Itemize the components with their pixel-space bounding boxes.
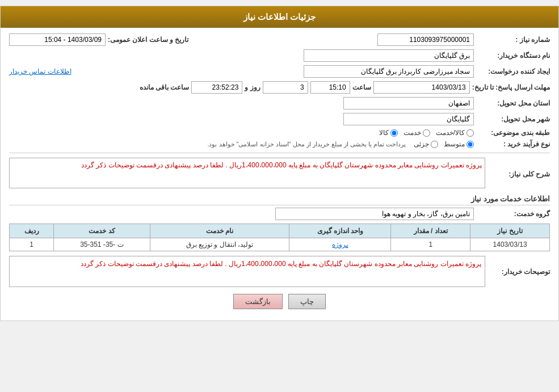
table-header-row: تاریخ نیاز تعداد / مقدار واحد اندازه گیر… [10, 224, 550, 238]
mohlat-label: مهلت ارسال پاسخ: تا تاریخ: [472, 83, 550, 91]
radio-motavasset-item: متوسط [444, 140, 474, 148]
col-nam-khedmat: نام خدمت [150, 224, 289, 238]
row-mohlat: مهلت ارسال پاسخ: تا تاریخ: ساعت روز و سا… [9, 81, 550, 94]
buyer-notes-container: پروژه تعمیرات روشنایی معابر محدوده شهرست… [9, 256, 485, 287]
radio-kala-khedmat-item: کالا/خدمت [436, 129, 474, 137]
mohlat-date-input[interactable] [373, 81, 470, 94]
row-tabaqe: طبقه بندی موضوعی: کالا/خدمت خدمت کالا [9, 129, 550, 137]
radio-khedmat-label: خدمت [404, 129, 421, 137]
remaining-label: ساعت باقی مانده [140, 83, 190, 91]
radio-khedmat[interactable] [423, 129, 430, 137]
radio-jozvi[interactable] [431, 141, 438, 148]
day-input[interactable] [263, 81, 308, 94]
back-button[interactable]: بازگشت [233, 294, 283, 309]
page-title: جزئیات اطلاعات نیاز [243, 12, 316, 22]
row-nam-dastgah: نام دستگاه خریدار: [9, 49, 550, 62]
buyer-notes-label: توصیحات خریدار: [487, 268, 550, 276]
buyer-notes-text: پروژه تعمیرات روشنایی معابر محدوده شهرست… [9, 256, 485, 287]
services-table: تاریخ نیاز تعداد / مقدار واحد اندازه گیر… [9, 224, 550, 251]
idad-input[interactable] [304, 65, 474, 78]
cell-tarikh: 1403/03/13 [470, 238, 550, 251]
nam-dastgah-label: نام دستگاه خریدار: [476, 52, 550, 60]
radio-kala-khedmat[interactable] [466, 129, 474, 137]
content-area: شماره نیاز : تاریخ و ساعت اعلان عمومی: ن… [1, 28, 558, 321]
cell-kod-khedmat: ت -35- 351-35 [54, 238, 150, 251]
cell-vahed[interactable]: پروژه [289, 238, 391, 251]
row-ostan: استان محل تحویل: [9, 97, 550, 109]
sharh-koli-textarea[interactable] [9, 158, 485, 188]
contact-link[interactable]: اطلاعات تماس خریدار [9, 68, 72, 75]
sharh-koli-label: شرح کلی نیاز: [487, 170, 550, 178]
radio-jozvi-label: جزئی [414, 140, 429, 148]
row-farayand: نوع فرآیند خرید : متوسط جزئی پرداخت تمام… [9, 140, 550, 148]
cell-nam-khedmat: تولید، انتقال و توزیع برق [150, 238, 289, 251]
cell-tedad: 1 [391, 238, 470, 251]
col-radif: ردیف [10, 224, 54, 238]
day-label: روز و [245, 83, 260, 91]
col-tarikh: تاریخ نیاز [470, 224, 550, 238]
nam-dastgah-input[interactable] [304, 49, 474, 62]
services-section-title: اطلاعات خدمات مورد نیاز [9, 195, 550, 205]
sharh-koli-container [9, 158, 485, 190]
col-tedad: تعداد / مقدار [391, 224, 470, 238]
row-shomara-tarikh: شماره نیاز : تاریخ و ساعت اعلان عمومی: [9, 33, 550, 46]
row-idad: ایجاد کننده درخواست: اطلاعات تماس خریدار [9, 65, 550, 78]
row-shahr: شهر محل تحویل: [9, 113, 550, 125]
separator-1 [9, 153, 550, 153]
idad-label: ایجاد کننده درخواست: [476, 68, 550, 75]
group-khedmat-label: گروه خدمت: [476, 210, 550, 218]
radio-kala[interactable] [390, 129, 398, 137]
shomara-niaz-input[interactable] [377, 33, 474, 46]
group-khedmat-input[interactable] [275, 208, 474, 220]
radio-jozvi-item: جزئی [414, 140, 438, 148]
remaining-input[interactable] [191, 81, 242, 94]
table-row: 1403/03/13 1 پروژه تولید، انتقال و توزیع… [10, 238, 550, 251]
radio-khedmat-item: خدمت [404, 129, 430, 137]
farayand-note: پرداخت تمام یا بخشی از مبلغ خریدار از مح… [207, 141, 406, 148]
cell-radif: 1 [10, 238, 54, 251]
farayand-radio-group: متوسط جزئی [414, 140, 474, 148]
ostan-label: استان محل تحویل: [476, 99, 550, 107]
radio-kala-item: کالا [379, 129, 398, 137]
time-input[interactable] [310, 81, 350, 94]
ostan-input[interactable] [343, 97, 474, 109]
tarikh-eslam-input[interactable] [9, 33, 106, 46]
shahr-input[interactable] [343, 113, 474, 125]
page-header: جزئیات اطلاعات نیاز [1, 6, 558, 28]
buttons-row: چاپ بازگشت [9, 294, 550, 309]
tabaqe-label: طبقه بندی موضوعی: [476, 129, 550, 137]
tarikh-eslam-label: تاریخ و ساعت اعلان عمومی: [108, 36, 188, 44]
farayand-label: نوع فرآیند خرید : [476, 140, 550, 148]
print-button[interactable]: چاپ [288, 294, 326, 309]
radio-motavasset-label: متوسط [444, 140, 465, 148]
radio-kala-khedmat-label: کالا/خدمت [436, 129, 465, 137]
tabaqe-radio-group: کالا/خدمت خدمت کالا [379, 129, 474, 137]
time-label: ساعت [352, 83, 371, 91]
radio-kala-label: کالا [379, 129, 389, 137]
row-sharh-koli: شرح کلی نیاز: [9, 158, 550, 190]
col-kod-khedmat: کد خدمت [54, 224, 150, 238]
col-vahed: واحد اندازه گیری [289, 224, 391, 238]
radio-motavasset[interactable] [466, 141, 474, 148]
row-group-khedmat: گروه خدمت: [9, 208, 550, 220]
shomara-niaz-label: شماره نیاز : [476, 36, 550, 44]
page-wrapper: جزئیات اطلاعات نیاز شماره نیاز : تاریخ و… [0, 6, 559, 321]
row-buyer-notes: توصیحات خریدار: پروژه تعمیرات روشنایی مع… [9, 256, 550, 287]
shahr-label: شهر محل تحویل: [476, 115, 550, 123]
